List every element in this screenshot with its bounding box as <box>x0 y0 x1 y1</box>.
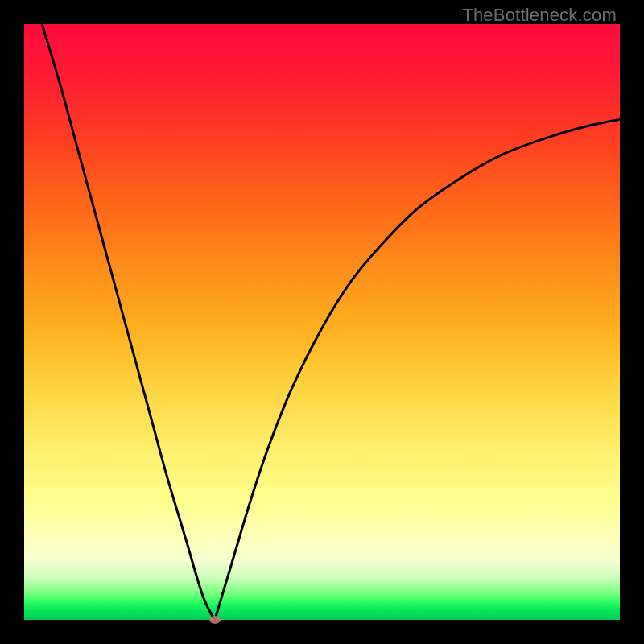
curve-right-branch <box>215 119 620 620</box>
minimum-marker <box>209 616 221 624</box>
curve-left-branch <box>42 24 215 620</box>
chart-frame <box>24 24 620 620</box>
watermark-text: TheBottleneck.com <box>462 5 617 26</box>
bottleneck-curve <box>24 24 620 620</box>
